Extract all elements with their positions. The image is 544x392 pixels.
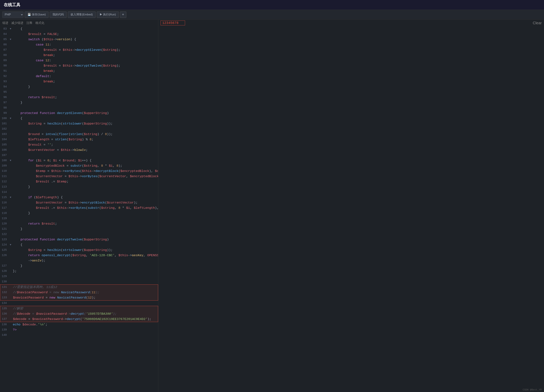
table-row: 96 return $result; bbox=[0, 95, 158, 100]
table-row: 139 ?> bbox=[0, 327, 158, 333]
table-row: ->aesIv); bbox=[0, 258, 158, 263]
table-row: 100 ▼ { bbox=[0, 116, 158, 121]
code-editor[interactable]: 缩进 减少缩进 注释 格式化 83 ▼ { 84 $result bbox=[0, 20, 158, 392]
table-row: 111 $currentVector = $this->xorBytes($cu… bbox=[0, 174, 158, 179]
table-row: 131 //需要指定版本两种, 11或12 bbox=[0, 284, 158, 290]
table-row: 117 $result .= $this->xorBytes(substr($s… bbox=[0, 205, 158, 211]
table-row: 98 bbox=[0, 105, 158, 111]
table-row: 126 return openssl_decrypt($string, 'AES… bbox=[0, 253, 158, 258]
add-tab-button[interactable]: + bbox=[120, 12, 126, 18]
footer: CSDN @Best_YP bbox=[520, 388, 544, 392]
table-row: 87 $result = $this->decryptEleven($strin… bbox=[0, 47, 158, 53]
table-row: 89 case 12: bbox=[0, 58, 158, 63]
editor-actions: 缩进 减少缩进 注释 格式化 bbox=[2, 21, 44, 25]
editor-container: 缩进 减少缩进 注释 格式化 83 ▼ { 84 $result bbox=[0, 20, 544, 392]
table-row: 127 } bbox=[0, 263, 158, 269]
table-row: 124 ▼ { bbox=[0, 242, 158, 247]
right-panel-content bbox=[158, 26, 544, 29]
code-content: 83 ▼ { 84 $result = FALSE; 85 ▼ switch (… bbox=[0, 26, 158, 338]
table-row: 122 bbox=[0, 232, 158, 237]
format-action[interactable]: 格式化 bbox=[35, 21, 44, 25]
table-row: 116 $currentVector = $this->encryptBlock… bbox=[0, 200, 158, 205]
clear-button[interactable]: Clear bbox=[533, 21, 542, 25]
dedent-action[interactable]: 减少缩进 bbox=[11, 21, 23, 25]
table-row: 97 } bbox=[0, 100, 158, 105]
table-row: 112 $result .= $temp; bbox=[0, 179, 158, 184]
table-row: 123 protected function decryptTwelve($up… bbox=[0, 237, 158, 242]
right-panel-toolbar: Clear bbox=[158, 20, 544, 26]
table-row: 93 break; bbox=[0, 79, 158, 84]
indent-action[interactable]: 缩进 bbox=[2, 21, 8, 25]
top-bar: 在线工具 bbox=[0, 0, 544, 10]
table-row: 91 break; bbox=[0, 69, 158, 74]
table-row: 90 $result = $this->decryptTwelve($strin… bbox=[0, 63, 158, 69]
embed-button[interactable]: 嵌入博客(Embed) bbox=[68, 12, 96, 18]
table-row: 85 ▼ switch ($this->version) { bbox=[0, 37, 158, 42]
table-row: 128 }; bbox=[0, 269, 158, 274]
table-row: 133 $navicatPassword = new NavicatPasswo… bbox=[0, 295, 158, 301]
table-row: 120 return $result; bbox=[0, 221, 158, 227]
table-row: 107 bbox=[0, 153, 158, 158]
table-row: 115 ▼ if ($leftLength) { bbox=[0, 195, 158, 200]
table-row: 119 bbox=[0, 216, 158, 221]
table-row: 110 $temp = $this->xorBytes($this->decry… bbox=[0, 169, 158, 174]
table-row: 129 bbox=[0, 274, 158, 279]
table-row: 140 bbox=[0, 333, 158, 338]
run-button[interactable]: ▶ 执行(Run) bbox=[97, 12, 119, 18]
table-row: 108 ▼ for ($i = 0; $i < $round; $i++) { bbox=[0, 158, 158, 163]
table-row: 121 } bbox=[0, 227, 158, 232]
table-row: 102 bbox=[0, 126, 158, 132]
table-row: 135 //解密 bbox=[0, 306, 158, 311]
table-row: 134 bbox=[0, 301, 158, 306]
table-row: 118 } bbox=[0, 211, 158, 216]
table-row: 130 bbox=[0, 279, 158, 284]
code-scroll[interactable]: 83 ▼ { 84 $result = FALSE; 85 ▼ switch (… bbox=[0, 26, 158, 392]
app-title: 在线工具 bbox=[4, 2, 20, 8]
save-button[interactable]: 💾 保存(Save) bbox=[25, 12, 48, 18]
comment-action[interactable]: 注释 bbox=[26, 21, 32, 25]
table-row: 94 } bbox=[0, 84, 158, 89]
table-row: 125 $string = hex2bin(strtolower($upperS… bbox=[0, 247, 158, 253]
table-row: 136 //$decode = $navicatPassword->decryp… bbox=[0, 311, 158, 316]
editor-toolbar: 缩进 减少缩进 注释 格式化 bbox=[0, 20, 158, 26]
table-row: 106 $currentVector = $this->blowIv; bbox=[0, 147, 158, 153]
table-row: 138 echo $decode.'\n'; bbox=[0, 322, 158, 327]
table-row: 132 //$navicatPassword = new NavicatPass… bbox=[0, 290, 158, 295]
table-row: 83 ▼ { bbox=[0, 26, 158, 32]
table-row: 86 case 11: bbox=[0, 42, 158, 47]
table-row: 103 $round = intval(floor(strlen($string… bbox=[0, 132, 158, 137]
table-row: 92 default: bbox=[0, 74, 158, 79]
table-row: 113 } bbox=[0, 184, 158, 190]
table-row: 88 break; bbox=[0, 53, 158, 58]
table-row: 95 bbox=[0, 89, 158, 95]
footer-text: CSDN @Best_YP bbox=[523, 388, 542, 391]
right-panel: Clear bbox=[158, 20, 544, 392]
table-row: 109 $encryptedBlock = substr($string, 8 … bbox=[0, 163, 158, 169]
table-row: 104 $leftLength = strlen($string) % 8; bbox=[0, 137, 158, 142]
mycode-button[interactable]: 我的代码 bbox=[50, 12, 67, 18]
toolbar: PHP JavaScript Python 💾 保存(Save) 我的代码 嵌入… bbox=[0, 10, 544, 20]
table-row: 99 protected function decryptEleven($upp… bbox=[0, 111, 158, 116]
table-row: 101 $string = hex2bin(strtolower($upperS… bbox=[0, 121, 158, 126]
table-row: 84 $result = FALSE; bbox=[0, 32, 158, 37]
line-number-input[interactable] bbox=[160, 21, 185, 25]
table-row: 114 bbox=[0, 190, 158, 195]
table-row: 105 $result = ''; bbox=[0, 142, 158, 147]
language-select[interactable]: PHP JavaScript Python bbox=[2, 12, 24, 18]
table-row: 137 $decode = $navicatPassword->decrypt(… bbox=[0, 316, 158, 322]
